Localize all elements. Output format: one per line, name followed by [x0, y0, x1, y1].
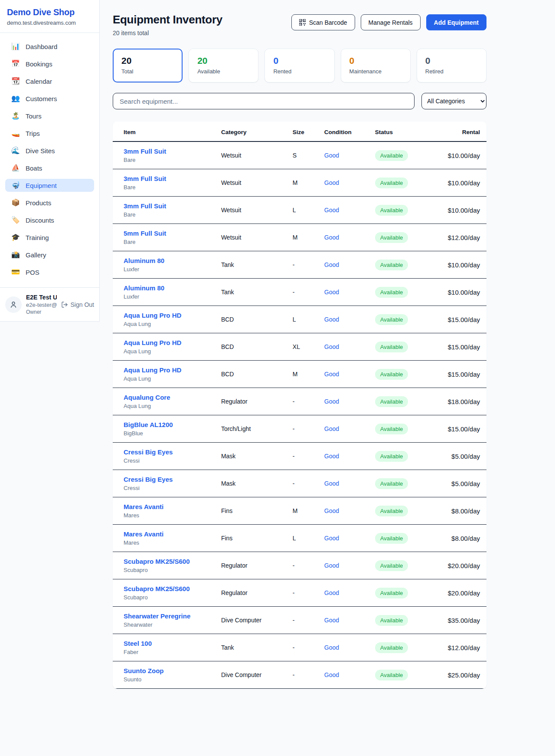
item-name-link[interactable]: 3mm Full Suit — [124, 202, 214, 210]
item-name-link[interactable]: Aluminum 80 — [124, 284, 214, 292]
stat-value: 20 — [121, 56, 174, 66]
stat-card[interactable]: 20 Available — [189, 49, 258, 82]
rental-cell: $8.00/day — [444, 525, 486, 552]
status-badge: Available — [375, 369, 408, 380]
status-badge: Available — [375, 615, 408, 626]
condition-link[interactable]: Good — [324, 398, 339, 405]
item-name-link[interactable]: Shearwater Peregrine — [124, 612, 214, 620]
search-input[interactable] — [113, 93, 415, 109]
item-name-link[interactable]: Suunto Zoop — [124, 667, 214, 674]
sidebar-item-training[interactable]: 🎓 Training — [5, 231, 94, 244]
status-badge: Available — [375, 478, 408, 489]
page-title: Equipment Inventory — [113, 13, 222, 26]
add-equipment-button[interactable]: Add Equipment — [426, 14, 486, 30]
condition-link[interactable]: Good — [324, 179, 339, 186]
stat-card[interactable]: 0 Rented — [264, 49, 334, 82]
item-name-link[interactable]: 3mm Full Suit — [124, 175, 214, 182]
sign-out-button[interactable]: Sign Out — [61, 301, 94, 308]
stat-card[interactable]: 0 Maintenance — [341, 49, 411, 82]
scan-barcode-button[interactable]: Scan Barcode — [291, 14, 355, 30]
sidebar-item-discounts[interactable]: 🏷️ Discounts — [5, 214, 94, 227]
item-name-link[interactable]: 5mm Full Suit — [124, 230, 214, 237]
brand-name[interactable]: Demo Dive Shop — [7, 7, 92, 17]
sidebar-item-tours[interactable]: 🏝️ Tours — [5, 109, 94, 122]
item-brand: Aqua Lung — [124, 321, 214, 327]
user-section: E2E Test U... e2e-tester@... Owner Sign … — [0, 287, 99, 321]
condition-link[interactable]: Good — [324, 261, 339, 268]
item-name-link[interactable]: 3mm Full Suit — [124, 148, 214, 155]
item-name-link[interactable]: Aqua Lung Pro HD — [124, 312, 214, 319]
size-cell: S — [289, 141, 321, 169]
condition-link[interactable]: Good — [324, 289, 339, 296]
rental-cell: $10.00/day — [444, 251, 486, 279]
stat-card[interactable]: 0 Retired — [417, 49, 486, 82]
sidebar-item-bookings[interactable]: 📅 Bookings — [5, 57, 94, 70]
sign-out-label: Sign Out — [71, 301, 94, 308]
status-cell: Available — [372, 607, 444, 634]
sidebar-item-equipment[interactable]: 🤿 Equipment — [5, 179, 94, 192]
condition-link[interactable]: Good — [324, 207, 339, 214]
stat-value: 0 — [425, 56, 478, 66]
condition-link[interactable]: Good — [324, 343, 339, 350]
condition-link[interactable]: Good — [324, 617, 339, 624]
sidebar-item-dashboard[interactable]: 📊 Dashboard — [5, 40, 94, 53]
condition-link[interactable]: Good — [324, 480, 339, 487]
sidebar-item-calendar[interactable]: 📆 Calendar — [5, 75, 94, 88]
condition-link[interactable]: Good — [324, 535, 339, 542]
condition-link[interactable]: Good — [324, 453, 339, 460]
item-name-link[interactable]: Steel 100 — [124, 640, 214, 647]
item-name-link[interactable]: Aqua Lung Pro HD — [124, 366, 214, 374]
status-cell: Available — [372, 525, 444, 552]
item-cell: Aqua Lung Pro HD Aqua Lung — [113, 306, 218, 333]
item-brand: Suunto — [124, 676, 214, 683]
sidebar-item-gallery[interactable]: 📸 Gallery — [5, 248, 94, 261]
condition-link[interactable]: Good — [324, 589, 339, 596]
gallery-camera-icon: 📸 — [11, 251, 20, 258]
status-cell: Available — [372, 552, 444, 579]
item-name-link[interactable]: BigBlue AL1200 — [124, 421, 214, 428]
condition-link[interactable]: Good — [324, 507, 339, 514]
item-name-link[interactable]: Mares Avanti — [124, 530, 214, 538]
item-brand: Luxfer — [124, 266, 214, 273]
item-name-link[interactable]: Aluminum 80 — [124, 257, 214, 264]
manage-rentals-button[interactable]: Manage Rentals — [361, 14, 421, 30]
table-row: Shearwater Peregrine Shearwater Dive Com… — [113, 607, 486, 634]
category-select[interactable]: All Categories — [421, 93, 486, 109]
size-cell: - — [289, 552, 321, 579]
condition-link[interactable]: Good — [324, 425, 339, 432]
item-name-link[interactable]: Scubapro MK25/S600 — [124, 585, 214, 592]
item-name-link[interactable]: Mares Avanti — [124, 503, 214, 510]
sidebar-item-customers[interactable]: 👥 Customers — [5, 92, 94, 105]
condition-link[interactable]: Good — [324, 671, 339, 678]
sidebar-item-boats[interactable]: ⛵ Boats — [5, 161, 94, 174]
sidebar-item-trips[interactable]: 🚤 Trips — [5, 127, 94, 140]
category-cell: Dive Computer — [218, 607, 289, 634]
item-brand: Bare — [124, 211, 214, 218]
condition-link[interactable]: Good — [324, 644, 339, 651]
condition-link[interactable]: Good — [324, 234, 339, 241]
status-badge: Available — [375, 451, 408, 462]
item-brand: Luxfer — [124, 293, 214, 300]
training-cap-icon: 🎓 — [11, 234, 20, 241]
size-cell: M — [289, 224, 321, 251]
item-cell: Aluminum 80 Luxfer — [113, 279, 218, 306]
sidebar-item-dive-sites[interactable]: 🌊 Dive Sites — [5, 144, 94, 157]
condition-link[interactable]: Good — [324, 316, 339, 323]
item-name-link[interactable]: Scubapro MK25/S600 — [124, 558, 214, 565]
item-name-link[interactable]: Aqualung Core — [124, 394, 214, 401]
sidebar-item-products[interactable]: 📦 Products — [5, 196, 94, 209]
condition-link[interactable]: Good — [324, 371, 339, 378]
status-cell: Available — [372, 279, 444, 306]
rental-cell: $10.00/day — [444, 197, 486, 224]
stat-card[interactable]: 20 Total — [113, 49, 183, 82]
sidebar-item-pos[interactable]: 💳 POS — [5, 266, 94, 279]
item-cell: Aqua Lung Pro HD Aqua Lung — [113, 333, 218, 361]
item-name-link[interactable]: Aqua Lung Pro HD — [124, 339, 214, 346]
item-name-link[interactable]: Cressi Big Eyes — [124, 476, 214, 483]
condition-link[interactable]: Good — [324, 562, 339, 569]
condition-link[interactable]: Good — [324, 152, 339, 159]
tours-island-icon: 🏝️ — [11, 112, 20, 119]
rental-cell: $15.00/day — [444, 415, 486, 443]
status-cell: Available — [372, 579, 444, 607]
item-name-link[interactable]: Cressi Big Eyes — [124, 448, 214, 456]
